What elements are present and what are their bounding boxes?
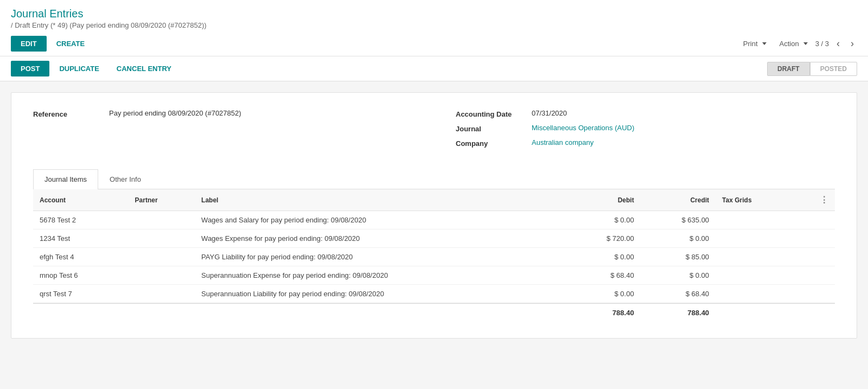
table-row[interactable]: qrst Test 7 Superannuation Liability for… bbox=[33, 285, 835, 304]
cell-taxgrids bbox=[716, 248, 795, 266]
page-header: Journal Entries / Draft Entry (* 49) (Pa… bbox=[0, 0, 868, 31]
cell-account: 5678 Test 2 bbox=[33, 211, 129, 229]
journal-value[interactable]: Miscellaneous Operations (AUD) bbox=[532, 124, 634, 132]
cell-taxgrids bbox=[716, 229, 795, 248]
cell-credit: $ 0.00 bbox=[641, 266, 716, 285]
totals-debit: 788.40 bbox=[565, 303, 640, 322]
cell-debit: $ 68.40 bbox=[565, 266, 640, 285]
accounting-date-field-row: Accounting Date 07/31/2020 bbox=[456, 109, 835, 118]
cell-debit: $ 720.00 bbox=[565, 229, 640, 248]
cell-label: Wages and Salary for pay period ending: … bbox=[195, 211, 565, 229]
th-debit: Debit bbox=[565, 189, 640, 211]
next-button[interactable]: › bbox=[847, 37, 857, 50]
pagination-text: 3 / 3 bbox=[815, 40, 829, 48]
totals-credit: 788.40 bbox=[641, 303, 716, 322]
cell-taxgrids bbox=[716, 266, 795, 285]
form-fields: Reference Pay period ending 08/09/2020 (… bbox=[33, 109, 835, 153]
cell-taxgrids bbox=[716, 211, 795, 229]
journal-items-table: Account Partner Label Debit Credit Tax G… bbox=[33, 189, 835, 322]
table-header-row: Account Partner Label Debit Credit Tax G… bbox=[33, 189, 835, 211]
company-label: Company bbox=[456, 138, 532, 148]
cell-partner bbox=[129, 248, 195, 266]
cell-label: Superannuation Expense for pay period en… bbox=[195, 266, 565, 285]
company-value[interactable]: Australian company bbox=[532, 138, 593, 146]
cell-label: Wages Expense for pay period ending: 09/… bbox=[195, 229, 565, 248]
form-card: Reference Pay period ending 08/09/2020 (… bbox=[11, 92, 857, 339]
cell-credit: $ 68.40 bbox=[641, 285, 716, 304]
page-title: Journal Entries bbox=[11, 8, 857, 20]
totals-row: 788.40 788.40 bbox=[33, 303, 835, 322]
accounting-date-label: Accounting Date bbox=[456, 109, 532, 118]
reference-label: Reference bbox=[33, 109, 109, 118]
duplicate-button[interactable]: DUPLICATE bbox=[52, 61, 106, 76]
cell-more bbox=[795, 211, 835, 229]
action-button[interactable]: Action bbox=[774, 36, 813, 52]
cell-account: qrst Test 7 bbox=[33, 285, 129, 304]
cell-account: 1234 Test bbox=[33, 229, 129, 248]
cell-partner bbox=[129, 211, 195, 229]
post-button[interactable]: POST bbox=[11, 61, 49, 76]
tab-other-info[interactable]: Other Info bbox=[98, 169, 152, 189]
create-button[interactable]: CREATE bbox=[49, 36, 92, 52]
posted-status-pill[interactable]: POSTED bbox=[810, 62, 857, 76]
cell-credit: $ 635.00 bbox=[641, 211, 716, 229]
print-label: Print bbox=[743, 40, 758, 48]
tabs: Journal Items Other Info bbox=[33, 169, 835, 189]
th-taxgrids: Tax Grids bbox=[716, 189, 795, 211]
cell-more bbox=[795, 248, 835, 266]
content-area: Reference Pay period ending 08/09/2020 (… bbox=[0, 81, 868, 349]
cell-account: efgh Test 4 bbox=[33, 248, 129, 266]
cell-debit: $ 0.00 bbox=[565, 285, 640, 304]
status-pills: DRAFT POSTED bbox=[767, 62, 857, 76]
print-caret-icon bbox=[762, 42, 767, 45]
table-row[interactable]: 5678 Test 2 Wages and Salary for pay per… bbox=[33, 211, 835, 229]
company-field-row: Company Australian company bbox=[456, 138, 835, 148]
cell-more bbox=[795, 229, 835, 248]
cell-credit: $ 0.00 bbox=[641, 229, 716, 248]
cell-more bbox=[795, 285, 835, 304]
breadcrumb: / Draft Entry (* 49) (Pay period ending … bbox=[11, 21, 857, 29]
draft-status-pill[interactable]: DRAFT bbox=[767, 62, 810, 76]
prev-button[interactable]: ‹ bbox=[833, 37, 843, 50]
action-caret-icon bbox=[803, 42, 808, 45]
cell-credit: $ 85.00 bbox=[641, 248, 716, 266]
totals-spacer bbox=[33, 303, 565, 322]
cell-account: mnop Test 6 bbox=[33, 266, 129, 285]
edit-button[interactable]: EDIT bbox=[11, 36, 47, 52]
table-row[interactable]: mnop Test 6 Superannuation Expense for p… bbox=[33, 266, 835, 285]
table-row[interactable]: efgh Test 4 PAYG Liability for pay perio… bbox=[33, 248, 835, 266]
pagination-area: 3 / 3 ‹ › bbox=[815, 37, 857, 50]
cell-more bbox=[795, 266, 835, 285]
th-account: Account bbox=[33, 189, 129, 211]
print-button[interactable]: Print bbox=[738, 36, 772, 52]
action-toolbar: POST DUPLICATE CANCEL ENTRY DRAFT POSTED bbox=[0, 56, 868, 81]
th-label: Label bbox=[195, 189, 565, 211]
th-more-icon[interactable]: ⋮ bbox=[795, 189, 835, 211]
journal-field-row: Journal Miscellaneous Operations (AUD) bbox=[456, 124, 835, 133]
cell-taxgrids bbox=[716, 285, 795, 304]
form-left: Reference Pay period ending 08/09/2020 (… bbox=[33, 109, 412, 153]
form-right: Accounting Date 07/31/2020 Journal Misce… bbox=[456, 109, 835, 153]
accounting-date-value: 07/31/2020 bbox=[532, 109, 567, 117]
totals-end bbox=[716, 303, 835, 322]
table-row[interactable]: 1234 Test Wages Expense for pay period e… bbox=[33, 229, 835, 248]
cell-debit: $ 0.00 bbox=[565, 211, 640, 229]
reference-value: Pay period ending 08/09/2020 (#7027852) bbox=[109, 109, 241, 117]
cancel-entry-button[interactable]: CANCEL ENTRY bbox=[109, 61, 179, 76]
tab-journal-items[interactable]: Journal Items bbox=[33, 169, 98, 189]
top-toolbar: EDIT CREATE Print Action 3 / 3 ‹ › bbox=[0, 31, 868, 56]
cell-partner bbox=[129, 285, 195, 304]
cell-debit: $ 0.00 bbox=[565, 248, 640, 266]
action-label: Action bbox=[780, 40, 799, 48]
journal-label: Journal bbox=[456, 124, 532, 133]
reference-field-row: Reference Pay period ending 08/09/2020 (… bbox=[33, 109, 412, 118]
th-partner: Partner bbox=[129, 189, 195, 211]
cell-partner bbox=[129, 229, 195, 248]
cell-label: PAYG Liability for pay period ending: 09… bbox=[195, 248, 565, 266]
cell-partner bbox=[129, 266, 195, 285]
cell-label: Superannuation Liability for pay period … bbox=[195, 285, 565, 304]
th-credit: Credit bbox=[641, 189, 716, 211]
